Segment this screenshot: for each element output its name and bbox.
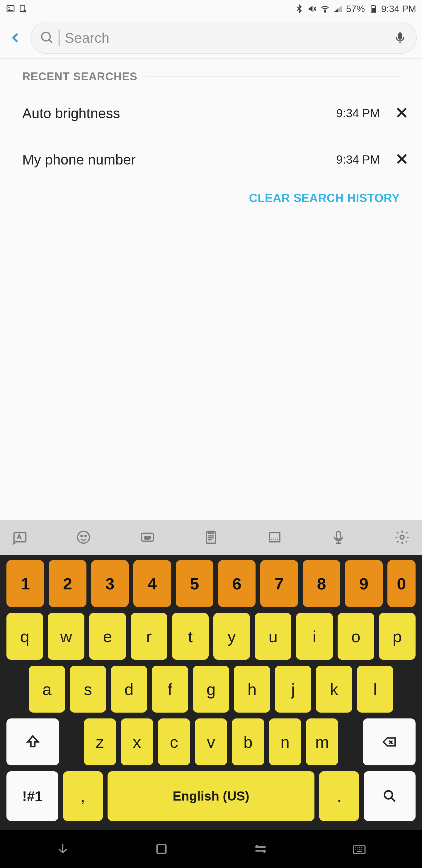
voice-search-button[interactable]	[393, 31, 407, 45]
svg-text:GIF: GIF	[144, 536, 151, 540]
picture-icon	[6, 4, 15, 13]
delete-recent-button[interactable]	[394, 105, 409, 121]
key-c[interactable]: c	[158, 718, 190, 765]
space-key[interactable]: English (US)	[107, 771, 315, 821]
key-t[interactable]: t	[172, 613, 209, 660]
search-content: RECENT SEARCHES Auto brightness9:34 PMMy…	[0, 59, 422, 520]
recent-time-text: 9:34 PM	[336, 107, 380, 120]
text-cursor	[59, 30, 60, 46]
recent-query-text: My phone number	[22, 152, 330, 168]
search-icon	[40, 31, 55, 45]
back-button[interactable]	[1, 25, 30, 51]
svg-point-12	[85, 535, 87, 537]
recent-time-text: 9:34 PM	[336, 153, 380, 166]
svg-point-1	[8, 7, 10, 8]
svg-point-19	[385, 791, 392, 799]
search-placeholder: Search	[65, 30, 389, 46]
search-input[interactable]: Search	[30, 22, 417, 54]
backspace-key[interactable]	[363, 718, 416, 765]
nav-hide-keyboard-button[interactable]	[48, 841, 77, 857]
key-r[interactable]: r	[131, 613, 167, 660]
key-b[interactable]: b	[232, 718, 264, 765]
key-9[interactable]: 9	[345, 560, 383, 607]
key-s[interactable]: s	[70, 666, 106, 713]
bluetooth-icon	[294, 4, 304, 13]
search-header: Search	[0, 18, 422, 59]
svg-rect-20	[157, 844, 166, 853]
shift-key[interactable]	[6, 718, 59, 765]
text-correct-icon[interactable]	[8, 529, 32, 545]
keyboard-settings-icon[interactable]	[390, 529, 414, 545]
doc-x-icon	[18, 4, 28, 13]
key-3[interactable]: 3	[91, 560, 129, 607]
key-x[interactable]: x	[121, 718, 153, 765]
key-v[interactable]: v	[195, 718, 227, 765]
svg-rect-5	[372, 5, 374, 6]
keyboard-mode-icon[interactable]	[263, 529, 286, 545]
period-key[interactable]: .	[319, 771, 359, 821]
svg-rect-6	[371, 8, 375, 12]
key-p[interactable]: p	[379, 613, 416, 660]
voice-input-icon[interactable]	[327, 529, 350, 545]
key-l[interactable]: l	[357, 666, 393, 713]
key-y[interactable]: y	[213, 613, 250, 660]
key-m[interactable]: m	[306, 718, 338, 765]
nav-recents-button[interactable]	[147, 841, 176, 857]
gif-icon[interactable]: GIF	[136, 529, 159, 545]
delete-recent-button[interactable]	[394, 152, 409, 167]
battery-percent-text: 57%	[346, 3, 365, 14]
key-w[interactable]: w	[48, 613, 85, 660]
recent-searches-label: RECENT SEARCHES	[22, 70, 137, 83]
key-a[interactable]: a	[29, 666, 65, 713]
key-h[interactable]: h	[234, 666, 270, 713]
key-8[interactable]: 8	[303, 560, 340, 607]
key-1[interactable]: 1	[6, 560, 44, 607]
svg-point-3	[324, 11, 326, 12]
key-i[interactable]: i	[296, 613, 333, 660]
svg-rect-16	[269, 532, 280, 542]
key-g[interactable]: g	[193, 666, 229, 713]
key-n[interactable]: n	[269, 718, 301, 765]
svg-point-18	[400, 535, 404, 539]
keyboard-toolbar: GIF	[0, 520, 422, 555]
system-nav-bar	[0, 830, 422, 868]
status-bar: 57% 9:34 PM	[0, 0, 422, 18]
recent-searches-header: RECENT SEARCHES	[0, 70, 422, 83]
key-2[interactable]: 2	[48, 560, 86, 607]
nav-keyboard-switch-button[interactable]	[345, 841, 374, 857]
symbols-key[interactable]: !#1	[6, 771, 58, 821]
recent-query-text: Auto brightness	[22, 105, 330, 121]
key-7[interactable]: 7	[260, 560, 298, 607]
svg-rect-17	[336, 531, 340, 539]
key-4[interactable]: 4	[133, 560, 171, 607]
comma-key[interactable]: ,	[63, 771, 103, 821]
key-u[interactable]: u	[255, 613, 291, 660]
battery-icon	[368, 4, 378, 13]
key-5[interactable]: 5	[176, 560, 213, 607]
on-screen-keyboard: 1234567890 qwertyuiop asdfghjkl zxcvbnm …	[0, 555, 422, 830]
key-0[interactable]: 0	[387, 560, 416, 607]
mute-icon	[307, 4, 317, 13]
nav-home-button[interactable]	[246, 841, 275, 857]
key-q[interactable]: q	[6, 613, 43, 660]
key-k[interactable]: k	[316, 666, 352, 713]
signal-icon	[333, 4, 343, 13]
status-clock: 9:34 PM	[381, 3, 416, 14]
svg-point-11	[81, 535, 83, 537]
search-action-key[interactable]	[364, 771, 416, 821]
emoji-icon[interactable]	[72, 529, 95, 545]
key-e[interactable]: e	[89, 613, 126, 660]
recent-search-item[interactable]: Auto brightness9:34 PM	[0, 90, 422, 136]
svg-point-10	[78, 531, 90, 544]
key-6[interactable]: 6	[218, 560, 256, 607]
recent-search-item[interactable]: My phone number9:34 PM	[0, 136, 422, 183]
recent-search-list: Auto brightness9:34 PMMy phone number9:3…	[0, 83, 422, 183]
key-z[interactable]: z	[84, 718, 116, 765]
key-d[interactable]: d	[111, 666, 147, 713]
clear-search-history-button[interactable]: CLEAR SEARCH HISTORY	[0, 183, 422, 205]
svg-point-7	[42, 32, 50, 41]
key-o[interactable]: o	[337, 613, 374, 660]
clipboard-icon[interactable]	[199, 529, 223, 545]
key-j[interactable]: j	[275, 666, 311, 713]
key-f[interactable]: f	[152, 666, 188, 713]
